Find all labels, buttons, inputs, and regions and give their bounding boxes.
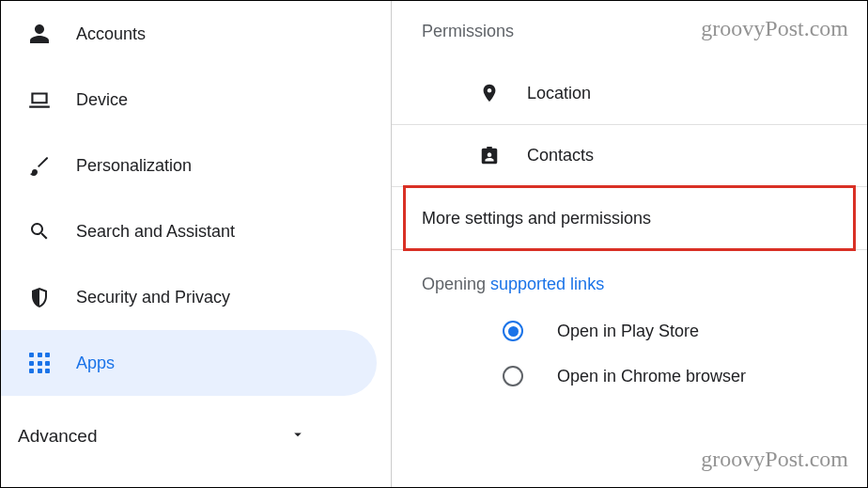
sidebar-item-label: Apps: [76, 354, 115, 373]
radio-button-icon: [503, 366, 523, 386]
open-links-radio-group: Open in Play Store Open in Chrome browse…: [392, 311, 867, 386]
brush-icon: [27, 153, 52, 178]
sidebar-item-label: Device: [76, 90, 128, 110]
advanced-label: Advanced: [18, 426, 98, 447]
more-settings-label: More settings and permissions: [422, 209, 651, 228]
permissions-list: Location Contacts: [392, 62, 867, 186]
settings-sidebar: Accounts Device Personalization Search a…: [1, 1, 391, 487]
sidebar-item-label: Search and Assistant: [76, 222, 235, 242]
permissions-header: Permissions: [392, 1, 867, 62]
sidebar-advanced-toggle[interactable]: Advanced: [1, 403, 391, 469]
contacts-icon: [478, 145, 501, 167]
sidebar-item-label: Accounts: [76, 24, 146, 44]
sidebar-item-personalization[interactable]: Personalization: [1, 133, 377, 198]
person-icon: [27, 22, 52, 46]
supported-links-link[interactable]: supported links: [490, 275, 604, 293]
sidebar-item-label: Personalization: [76, 156, 192, 176]
permission-label: Location: [527, 84, 591, 103]
radio-label: Open in Play Store: [557, 322, 699, 341]
radio-label: Open in Chrome browser: [557, 367, 746, 386]
permission-item-contacts[interactable]: Contacts: [392, 124, 867, 186]
radio-button-icon: [503, 321, 523, 341]
shield-icon: [27, 285, 52, 309]
watermark: groovyPost.com: [701, 447, 848, 472]
sidebar-item-security-privacy[interactable]: Security and Privacy: [1, 264, 377, 330]
search-icon: [27, 219, 52, 244]
sidebar-item-apps[interactable]: Apps: [1, 330, 377, 396]
opening-supported-links-row: Opening supported links: [392, 250, 867, 311]
main-panel: groovyPost.com Permissions Location Cont…: [391, 1, 867, 487]
more-settings-permissions[interactable]: More settings and permissions: [392, 186, 867, 250]
sidebar-item-label: Security and Privacy: [76, 288, 230, 307]
radio-open-play-store[interactable]: Open in Play Store: [392, 321, 867, 341]
permission-label: Contacts: [527, 146, 594, 165]
location-pin-icon: [478, 82, 501, 104]
apps-grid-icon: [27, 351, 52, 375]
laptop-icon: [27, 87, 52, 112]
opening-prefix: Opening: [422, 275, 490, 293]
sidebar-item-search-assistant[interactable]: Search and Assistant: [1, 198, 377, 264]
permission-item-location[interactable]: Location: [392, 62, 867, 124]
radio-open-chrome-browser[interactable]: Open in Chrome browser: [392, 366, 867, 386]
sidebar-item-accounts[interactable]: Accounts: [1, 1, 377, 67]
sidebar-item-device[interactable]: Device: [1, 67, 377, 133]
chevron-down-icon: [289, 426, 306, 448]
